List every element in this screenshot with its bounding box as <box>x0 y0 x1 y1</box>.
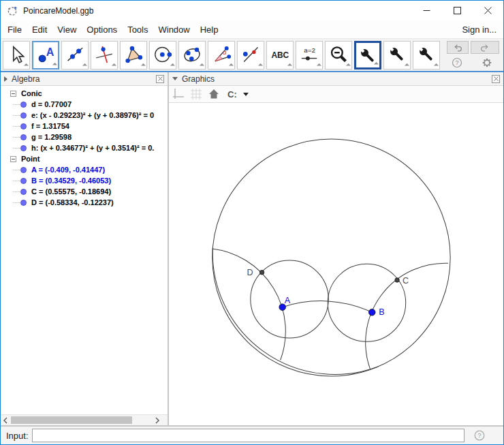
scroll-right-icon[interactable] <box>153 416 161 425</box>
tool-dropdown-arrow-icon[interactable] <box>52 63 57 67</box>
home-icon[interactable] <box>207 87 221 101</box>
algebra-item-D[interactable]: D = (-0.58334, -0.12237) <box>1 197 168 208</box>
gear-icon[interactable] <box>482 57 492 68</box>
undo-button[interactable] <box>447 41 469 54</box>
graphics-view[interactable]: ABCD <box>169 103 503 425</box>
tool-dropdown-arrow-icon[interactable] <box>82 63 87 68</box>
algebra-item-B[interactable]: B = (0.34529, -0.46053) <box>1 175 168 186</box>
text-tool[interactable]: ABC <box>266 41 294 70</box>
reflect-tool[interactable] <box>237 41 264 70</box>
graphics-close-button[interactable] <box>492 75 500 83</box>
slider-tool[interactable]: a=2 <box>296 41 323 70</box>
tool-dropdown-arrow-icon[interactable] <box>141 63 146 68</box>
tool-dropdown-arrow-icon[interactable] <box>405 63 409 68</box>
tool-dropdown-arrow-icon[interactable] <box>112 63 116 68</box>
algebra-item-C[interactable]: C = (0.55575, -0.18694) <box>1 186 168 197</box>
visibility-marble-icon[interactable] <box>20 145 27 151</box>
visibility-marble-icon[interactable] <box>20 102 27 108</box>
tree-connector <box>14 191 20 192</box>
axes-toggle-icon[interactable] <box>172 87 185 101</box>
scrollbar-thumb[interactable] <box>11 416 132 424</box>
algebra-item-text: e: (x - 0.29223)² + (y + 0.38976)² = 0 <box>31 111 154 119</box>
algebra-item-text: C = (0.55575, -0.18694) <box>31 187 111 196</box>
point-tool[interactable]: A <box>32 41 59 70</box>
menu-window[interactable]: Window <box>158 25 189 35</box>
command-input[interactable] <box>32 429 464 442</box>
visibility-marble-icon[interactable] <box>20 200 27 206</box>
polygon-tool[interactable] <box>120 41 147 70</box>
menu-view[interactable]: View <box>57 25 76 35</box>
menu-tools[interactable]: Tools <box>127 25 148 35</box>
custom-tool-3[interactable] <box>413 41 440 70</box>
tool-dropdown-arrow-icon[interactable] <box>24 63 29 68</box>
menu-file[interactable]: File <box>7 25 22 35</box>
algebra-item-e[interactable]: e: (x - 0.29223)² + (y + 0.38976)² = 0 <box>1 110 168 121</box>
algebra-item-text: A = (-0.409, -0.41447) <box>31 166 105 174</box>
custom-tool-1[interactable] <box>354 41 381 70</box>
tree-connector <box>14 148 20 149</box>
text-tool-icon: ABC <box>270 45 289 64</box>
menu-help[interactable]: Help <box>200 25 219 35</box>
tool-dropdown-arrow-icon[interactable] <box>287 63 292 68</box>
algebra-close-button[interactable] <box>156 75 164 83</box>
help-icon[interactable]: ? <box>452 57 462 68</box>
minimize-button[interactable] <box>411 1 442 20</box>
graphics-collapse-arrow-icon[interactable] <box>172 77 178 80</box>
move-tool[interactable] <box>3 41 30 70</box>
custom-tool-2[interactable] <box>383 41 411 70</box>
visibility-marble-icon[interactable] <box>20 167 27 173</box>
visibility-marble-icon[interactable] <box>20 178 27 184</box>
algebra-item-h[interactable]: h: (x + 0.34677)² + (y + 0.3514)² = 0. <box>1 142 168 153</box>
algebra-item-g[interactable]: g = 1.29598 <box>1 132 168 142</box>
sign-in-link[interactable]: Sign in... <box>462 25 497 35</box>
point-C[interactable] <box>395 278 399 282</box>
point-D[interactable] <box>259 271 264 275</box>
visibility-marble-icon[interactable] <box>20 112 27 119</box>
algebra-h-scrollbar[interactable] <box>1 414 168 425</box>
point-capture-dropdown-icon[interactable] <box>243 93 249 96</box>
algebra-item-f[interactable]: f = 1.31754 <box>1 121 168 132</box>
visibility-marble-icon[interactable] <box>20 189 27 195</box>
tool-dropdown-arrow-icon[interactable] <box>374 62 379 67</box>
tool-dropdown-arrow-icon[interactable] <box>200 63 204 68</box>
tool-dropdown-arrow-icon[interactable] <box>317 63 321 68</box>
input-help-icon[interactable]: ? <box>474 430 485 441</box>
close-button[interactable] <box>473 1 503 20</box>
tool-dropdown-arrow-icon[interactable] <box>434 63 439 68</box>
minimize-icon <box>423 7 430 14</box>
collapse-minus-icon[interactable] <box>10 156 16 162</box>
tool-dropdown-arrow-icon[interactable] <box>346 63 351 68</box>
redo-button[interactable] <box>471 41 499 54</box>
perpendicular-line-tool[interactable] <box>91 41 118 70</box>
point-capture-icon[interactable]: C: <box>227 89 237 99</box>
poincare-boundary-circle[interactable] <box>212 139 450 376</box>
tool-dropdown-arrow-icon[interactable] <box>229 63 234 68</box>
hyperbolic-line-lower-left[interactable] <box>212 248 378 375</box>
collapse-minus-icon[interactable] <box>10 91 16 97</box>
angle-tool[interactable]: α <box>208 41 235 70</box>
tool-dropdown-arrow-icon[interactable] <box>258 63 263 68</box>
visibility-marble-icon[interactable] <box>20 134 27 140</box>
conic-tool-icon <box>183 45 202 64</box>
maximize-button[interactable] <box>442 1 473 20</box>
grid-toggle-icon[interactable] <box>189 87 203 101</box>
circle-tool[interactable] <box>149 41 176 70</box>
algebra-collapse-arrow-icon[interactable] <box>4 76 7 82</box>
algebra-item-A[interactable]: A = (-0.409, -0.41447) <box>1 164 168 175</box>
zoom-out-tool[interactable] <box>325 41 352 70</box>
tool-dropdown-arrow-icon[interactable] <box>170 63 175 68</box>
algebra-item-d[interactable]: d = 0.77007 <box>1 99 168 110</box>
hyperbolic-segment-A-B[interactable] <box>283 301 373 313</box>
graphics-style-bar: C: <box>169 86 503 103</box>
conic-tool[interactable] <box>178 41 206 70</box>
menu-edit[interactable]: Edit <box>32 25 47 35</box>
scroll-left-icon[interactable] <box>2 416 10 425</box>
algebra-section-point: Point <box>1 153 168 164</box>
tree-connector <box>14 181 20 181</box>
line-tool[interactable] <box>61 41 89 70</box>
menu-options[interactable]: Options <box>86 25 117 35</box>
geogebra-window: PoincareModel.ggb FileEditViewOptionsToo… <box>0 0 504 445</box>
point-B[interactable] <box>368 309 375 316</box>
visibility-marble-icon[interactable] <box>20 123 27 129</box>
undo-icon <box>452 42 463 53</box>
